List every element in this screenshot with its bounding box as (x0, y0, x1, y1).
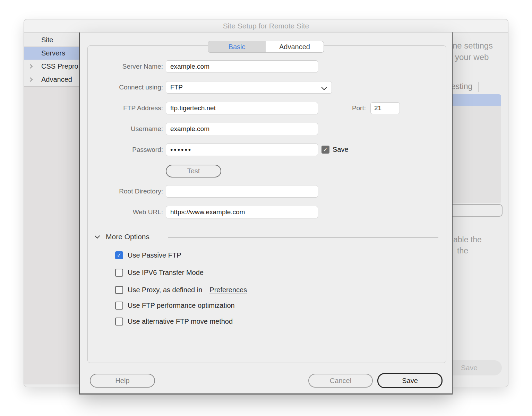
username-label: Username: (80, 123, 163, 135)
proxy-checkbox[interactable]: ✓ (115, 286, 123, 294)
option-label: Use IPV6 Transfer Mode (128, 269, 204, 277)
chevron-down-icon (95, 233, 100, 239)
root-directory-input[interactable] (166, 185, 318, 198)
option-label: Use FTP performance optimization (128, 302, 235, 310)
option-label: Use Passive FTP (128, 251, 181, 259)
root-directory-row: Root Directory: (80, 185, 452, 198)
sidebar-item-site[interactable]: Site (24, 34, 79, 47)
web-url-label: Web URL: (80, 206, 163, 218)
option-alternative-ftp-move: ✓ Use alternative FTP move method (115, 318, 233, 326)
tab-divider (478, 82, 479, 92)
option-proxy: ✓ Use Proxy, as defined in Preferences (115, 286, 247, 294)
connect-using-value: FTP (170, 84, 183, 91)
background-list-footer-box (450, 204, 503, 217)
password-input[interactable] (166, 144, 318, 156)
connect-using-row: Connect using: FTP (80, 81, 452, 94)
server-name-row: Server Name: (80, 60, 452, 73)
test-button[interactable]: Test (166, 165, 221, 177)
web-url-input[interactable] (166, 206, 318, 218)
ipv6-checkbox[interactable]: ✓ (115, 269, 123, 277)
username-input[interactable] (166, 123, 318, 135)
web-url-row: Web URL: (80, 206, 452, 218)
passive-ftp-checkbox[interactable]: ✓ (115, 251, 123, 259)
option-passive-ftp: ✓ Use Passive FTP (115, 251, 181, 259)
sidebar-empty-area (24, 86, 79, 384)
sidebar-item-label: Site (41, 36, 53, 44)
username-row: Username: (80, 123, 452, 135)
window-title: Site Setup for Remote Site (223, 22, 309, 30)
sidebar-item-servers[interactable]: Servers (24, 47, 79, 60)
option-ipv6: ✓ Use IPV6 Transfer Mode (115, 269, 204, 277)
preferences-link[interactable]: Preferences (209, 286, 247, 294)
sidebar-item-label: Advanced (41, 76, 72, 84)
background-partial-note: the (457, 246, 468, 255)
background-partial-text: ne settings (453, 41, 493, 51)
cancel-button[interactable]: Cancel (308, 374, 373, 388)
root-directory-label: Root Directory: (80, 185, 163, 198)
test-button-label: Test (187, 167, 200, 175)
save-button[interactable]: Save (377, 373, 443, 388)
more-options-label: More Options (106, 233, 149, 241)
chevron-right-icon (28, 64, 33, 69)
sidebar-item-advanced[interactable]: Advanced (24, 73, 79, 86)
ftp-address-label: FTP Address: (80, 102, 163, 114)
sidebar-item-css-preprocessors[interactable]: CSS Prepro (24, 60, 79, 73)
alternative-ftp-move-checkbox[interactable]: ✓ (115, 318, 123, 326)
tab-advanced[interactable]: Advanced (266, 41, 324, 53)
option-ftp-performance: ✓ Use FTP performance optimization (115, 302, 235, 310)
option-label: Use Proxy, as defined in (128, 286, 202, 294)
more-options-toggle[interactable]: More Options (95, 232, 149, 241)
background-server-list (450, 106, 501, 203)
chevron-right-icon (28, 77, 33, 82)
password-row: Password: ✓ Save (80, 144, 452, 156)
screen: Site Setup for Remote Site Site Servers … (0, 0, 532, 416)
connect-using-label: Connect using: (80, 81, 163, 94)
save-button-label: Save (402, 377, 418, 385)
port-input[interactable] (370, 102, 400, 114)
more-options-divider (168, 237, 438, 237)
chevron-down-icon (321, 85, 327, 90)
tab-label: Basic (229, 43, 246, 51)
window-titlebar: Site Setup for Remote Site (24, 19, 508, 33)
server-settings-dialog: Basic Advanced Server Name: Connect usin… (79, 32, 453, 395)
tab-label: Advanced (279, 43, 310, 51)
background-partial-tab-testing[interactable]: esting (451, 82, 472, 91)
password-label: Password: (80, 144, 163, 156)
port-label: Port: (283, 102, 366, 114)
help-button[interactable]: Help (90, 374, 155, 388)
background-server-list-header (450, 94, 501, 106)
background-partial-text: your web (455, 52, 489, 62)
server-name-input[interactable] (166, 60, 318, 73)
sidebar-item-label: CSS Prepro (41, 62, 78, 70)
option-label: Use alternative FTP move method (128, 318, 233, 326)
help-button-label: Help (115, 377, 129, 385)
connect-using-dropdown[interactable]: FTP (166, 81, 332, 94)
ftp-address-row: FTP Address: Port: (80, 102, 452, 114)
category-sidebar: Site Servers CSS Prepro Advanced (24, 34, 79, 86)
ftp-performance-checkbox[interactable]: ✓ (115, 302, 123, 310)
sidebar-item-label: Servers (41, 49, 65, 57)
save-password-label: Save (333, 146, 349, 154)
tab-basic[interactable]: Basic (208, 41, 266, 53)
cancel-button-label: Cancel (330, 377, 351, 385)
server-name-label: Server Name: (80, 60, 163, 73)
background-partial-note: able the (453, 235, 482, 244)
save-password-checkbox[interactable]: ✓ (321, 146, 329, 154)
